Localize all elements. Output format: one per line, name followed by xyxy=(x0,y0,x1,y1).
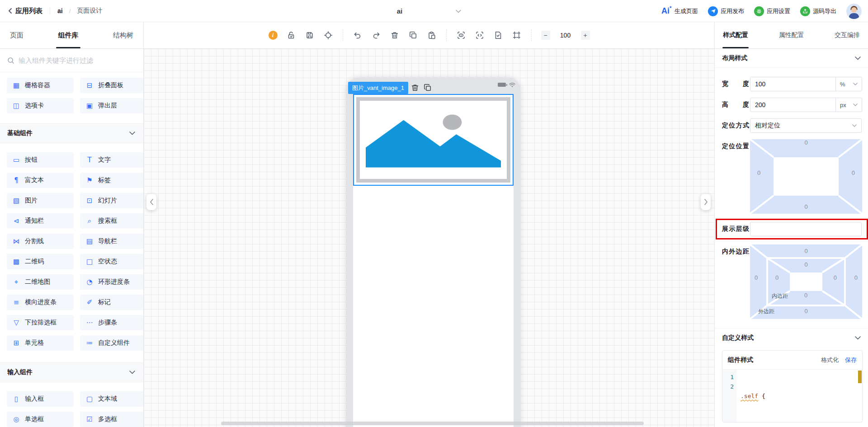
component-item[interactable]: ⊟ 折叠面板 xyxy=(80,78,144,93)
tab-style-config[interactable]: 样式配置 xyxy=(723,22,748,48)
component-item[interactable]: ◎ 单选框 xyxy=(7,412,74,427)
component-item[interactable]: □ 空状态 xyxy=(80,254,144,269)
target-icon[interactable] xyxy=(323,30,333,40)
width-input[interactable] xyxy=(750,77,835,91)
padding-top-value[interactable]: 0 xyxy=(750,261,862,268)
tab-structure-tree[interactable]: 结构树 xyxy=(113,22,133,48)
padding-left-value[interactable]: 0 xyxy=(775,274,778,281)
undo-icon[interactable] xyxy=(353,30,363,40)
component-item[interactable]: ⊞ 单元格 xyxy=(7,335,74,351)
position-right-value[interactable]: 0 xyxy=(852,169,855,176)
position-box-widget[interactable]: 0 0 0 0 xyxy=(750,139,862,214)
chevron-down-icon xyxy=(129,371,135,374)
unlock-icon[interactable] xyxy=(286,30,296,40)
breadcrumb-app[interactable]: ai xyxy=(57,7,63,14)
collapse-left-panel-handle[interactable] xyxy=(146,194,156,210)
component-item[interactable]: ▢ 文本域 xyxy=(80,391,144,407)
design-canvas[interactable]: 图片_vant_image_1 xyxy=(144,49,714,427)
tab-pages[interactable]: 页面 xyxy=(10,22,24,48)
margin-top-value[interactable]: 0 xyxy=(750,248,862,254)
app-publish-button[interactable]: 应用发布 xyxy=(708,6,744,16)
component-item[interactable]: ▽ 下拉筛选框 xyxy=(7,315,74,330)
component-item[interactable]: ⊡ 幻灯片 xyxy=(80,193,144,208)
page-selector[interactable]: ai xyxy=(344,0,461,22)
copy-icon[interactable] xyxy=(408,30,418,40)
zoom-out-button[interactable]: − xyxy=(541,31,550,40)
height-row: 高度 px xyxy=(722,98,862,112)
component-item[interactable]: ⋈ 分割线 xyxy=(7,234,74,249)
delete-component-icon[interactable] xyxy=(410,83,420,92)
component-item[interactable]: ≔ 自定义组件 xyxy=(80,335,144,351)
position-top-value[interactable]: 0 xyxy=(750,139,862,146)
padding-bottom-value[interactable]: 0 xyxy=(804,292,807,299)
component-item[interactable]: ☑ 多选框 xyxy=(80,412,144,427)
component-item[interactable]: T 文字 xyxy=(80,152,144,168)
position-left-value[interactable]: 0 xyxy=(757,169,760,176)
save-icon[interactable] xyxy=(305,30,315,40)
info-icon[interactable]: i xyxy=(269,31,278,40)
copy-component-icon[interactable] xyxy=(423,83,432,92)
component-item[interactable]: ⚑ 标签 xyxy=(80,173,144,188)
doc-check-icon[interactable] xyxy=(493,30,503,40)
margin-left-value[interactable]: 0 xyxy=(755,274,758,281)
component-item[interactable]: ◫ 选项卡 xyxy=(7,98,74,113)
section-basic-components[interactable]: 基础组件 xyxy=(0,123,143,143)
component-item[interactable]: ▧ 图片 xyxy=(7,193,74,208)
zoom-in-button[interactable]: + xyxy=(581,31,590,40)
frame-icon[interactable] xyxy=(512,30,522,40)
selection-label[interactable]: 图片_vant_image_1 xyxy=(348,82,408,94)
height-unit-select[interactable]: px xyxy=(835,98,862,112)
component-icon: ⌕ xyxy=(85,217,94,225)
position-mode-select[interactable]: 相对定位 xyxy=(750,118,862,133)
component-item[interactable]: ▯ 输入框 xyxy=(7,391,74,407)
delete-icon[interactable] xyxy=(390,30,400,40)
component-item[interactable]: ✐ 标记 xyxy=(80,295,144,310)
component-item[interactable]: ◔ 环形进度条 xyxy=(80,274,144,290)
format-button[interactable]: 格式化 xyxy=(821,356,839,364)
expand-right-panel-handle[interactable] xyxy=(701,194,711,210)
generate-page-button[interactable]: Ai✦ 生成页面 xyxy=(661,6,698,16)
css-code-editor[interactable]: 1 2 .self { } xyxy=(722,370,862,422)
tab-interaction[interactable]: 交互编排 xyxy=(835,22,860,48)
selected-image-component[interactable] xyxy=(353,94,514,186)
paste-icon[interactable] xyxy=(427,30,437,40)
component-item[interactable]: ▦ 栅格容器 xyxy=(7,78,74,93)
spacing-box-widget[interactable]: 0 0 0 0 0 0 0 0 内边距 外边距 xyxy=(750,244,862,319)
component-item[interactable]: ¶ 富文本 xyxy=(7,173,74,188)
preview-scan-icon[interactable] xyxy=(456,30,466,40)
phone-screen[interactable] xyxy=(353,94,514,427)
component-item[interactable]: ▭ 按钮 xyxy=(7,152,74,168)
component-item[interactable]: ▩ 二维码 xyxy=(7,254,74,269)
height-input[interactable] xyxy=(750,98,835,112)
user-avatar[interactable] xyxy=(846,4,862,19)
back-button[interactable]: 应用列表 xyxy=(7,7,42,15)
code-content[interactable]: .self { } xyxy=(737,370,862,422)
section-input-components[interactable]: 输入组件 xyxy=(0,362,143,382)
breadcrumb-separator: / xyxy=(69,8,71,14)
code-scan-icon[interactable] xyxy=(475,30,485,40)
search-input[interactable] xyxy=(19,56,136,64)
tab-components[interactable]: 组件库 xyxy=(58,22,79,48)
z-index-input[interactable] xyxy=(750,222,862,236)
component-label: 步骤条 xyxy=(98,319,117,327)
component-item[interactable]: ⊲ 通知栏 xyxy=(7,213,74,229)
source-export-button[interactable]: 源码导出 xyxy=(800,6,836,16)
component-item[interactable]: ▤ 导航栏 xyxy=(80,234,144,249)
component-item[interactable]: ≡ 横向进度条 xyxy=(7,295,74,310)
padding-right-value[interactable]: 0 xyxy=(834,274,837,281)
custom-style-section-header[interactable]: 自定义样式 xyxy=(715,328,868,347)
position-bottom-value[interactable]: 0 xyxy=(750,203,862,210)
redo-icon[interactable] xyxy=(371,30,381,40)
component-item[interactable]: ⌕ 搜索框 xyxy=(80,213,144,229)
tab-props-config[interactable]: 属性配置 xyxy=(779,22,804,48)
component-item[interactable]: ⋯ 步骤条 xyxy=(80,315,144,330)
component-icon: ⊡ xyxy=(85,197,94,205)
component-item[interactable]: ⌖ 二维地图 xyxy=(7,274,74,290)
horizontal-scrollbar[interactable] xyxy=(221,422,644,425)
width-unit-select[interactable]: % xyxy=(835,77,862,91)
margin-right-value[interactable]: 0 xyxy=(854,274,858,281)
component-item[interactable]: ▣ 弹出层 xyxy=(80,98,144,113)
save-button[interactable]: 保存 xyxy=(845,356,857,364)
app-settings-button[interactable]: 应用设置 xyxy=(754,6,790,16)
layout-style-section-header[interactable]: 布局样式 xyxy=(715,49,868,68)
